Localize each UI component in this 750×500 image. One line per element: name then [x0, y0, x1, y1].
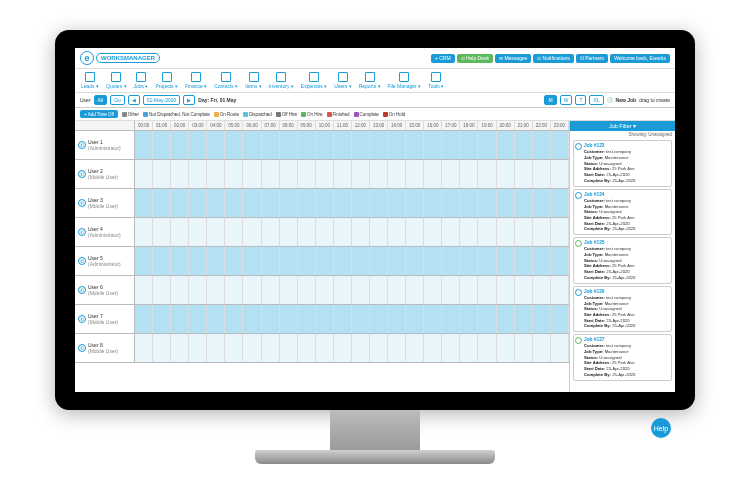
time-slot[interactable] [460, 334, 478, 362]
partners-button[interactable]: ⊡ Partners [576, 54, 608, 63]
time-slot[interactable] [135, 276, 153, 304]
time-slot[interactable] [497, 247, 515, 275]
time-slot[interactable] [460, 189, 478, 217]
job-card[interactable]: Job #126Customer: test companyJob Type: … [573, 286, 672, 333]
date-picker[interactable]: 01-May-2020 [143, 95, 180, 105]
time-slot[interactable] [424, 305, 442, 333]
time-slot[interactable] [171, 189, 189, 217]
time-slot[interactable] [334, 334, 352, 362]
time-slot[interactable] [225, 276, 243, 304]
time-slot[interactable] [135, 305, 153, 333]
time-slot[interactable] [280, 276, 298, 304]
menu-reports[interactable]: Reports ▾ [359, 72, 381, 89]
time-slot[interactable] [207, 131, 225, 159]
view-week-button[interactable]: W [560, 95, 573, 105]
time-slot[interactable] [497, 131, 515, 159]
time-slot[interactable] [298, 247, 316, 275]
time-slot[interactable] [316, 247, 334, 275]
job-card[interactable]: Job #125Customer: test companyJob Type: … [573, 237, 672, 284]
time-slot[interactable] [316, 131, 334, 159]
time-slot[interactable] [280, 305, 298, 333]
time-slot[interactable] [442, 334, 460, 362]
notifications-button[interactable]: ⊙ Notifications [533, 54, 574, 63]
time-slot[interactable] [189, 218, 207, 246]
time-slot[interactable] [460, 305, 478, 333]
time-slot[interactable] [153, 247, 171, 275]
time-slot[interactable] [280, 160, 298, 188]
time-slot[interactable] [478, 334, 496, 362]
time-slot[interactable] [262, 218, 280, 246]
menu-finance[interactable]: Finance ▾ [185, 72, 207, 89]
menu-tools[interactable]: Tools ▾ [428, 72, 444, 89]
time-slot[interactable] [442, 218, 460, 246]
view-xl-button[interactable]: XL [589, 95, 603, 105]
time-slot[interactable] [370, 218, 388, 246]
time-slot[interactable] [478, 305, 496, 333]
time-slot[interactable] [551, 334, 569, 362]
menu-contacts[interactable]: Contacts ▾ [214, 72, 238, 89]
view-day-button[interactable]: T [575, 95, 586, 105]
next-day-button[interactable]: ▶ [183, 95, 195, 105]
time-slot[interactable] [551, 305, 569, 333]
time-slot[interactable] [515, 218, 533, 246]
time-slot[interactable] [262, 247, 280, 275]
time-slot[interactable] [515, 276, 533, 304]
time-slot[interactable] [370, 305, 388, 333]
time-slot[interactable] [352, 334, 370, 362]
time-slot[interactable] [153, 131, 171, 159]
time-slot[interactable] [551, 247, 569, 275]
time-slot[interactable] [424, 276, 442, 304]
time-slot[interactable] [298, 189, 316, 217]
time-slot[interactable] [316, 334, 334, 362]
time-slot[interactable] [497, 189, 515, 217]
time-slot[interactable] [171, 218, 189, 246]
menu-users[interactable]: Users ▾ [334, 72, 351, 89]
time-slot[interactable] [478, 131, 496, 159]
time-slot[interactable] [460, 131, 478, 159]
time-slot[interactable] [551, 131, 569, 159]
time-slot[interactable] [460, 276, 478, 304]
time-slot[interactable] [189, 131, 207, 159]
time-slot[interactable] [298, 160, 316, 188]
time-slot[interactable] [370, 247, 388, 275]
time-slot[interactable] [406, 334, 424, 362]
time-slot[interactable] [478, 160, 496, 188]
time-slot[interactable] [243, 276, 261, 304]
time-slot[interactable] [388, 276, 406, 304]
time-slot[interactable] [135, 334, 153, 362]
time-slot[interactable] [189, 160, 207, 188]
time-slot[interactable] [334, 276, 352, 304]
user-cell[interactable]: ✆User 7(Mobile User) [75, 305, 135, 333]
time-slot[interactable] [135, 247, 153, 275]
time-slot[interactable] [497, 160, 515, 188]
time-slot[interactable] [135, 131, 153, 159]
time-slot[interactable] [171, 160, 189, 188]
time-slot[interactable] [424, 131, 442, 159]
menu-projects[interactable]: Projects ▾ [155, 72, 177, 89]
job-card[interactable]: Job #127Customer: test companyJob Type: … [573, 334, 672, 381]
time-slot[interactable] [225, 334, 243, 362]
job-card[interactable]: Job #124Customer: test companyJob Type: … [573, 189, 672, 236]
time-slot[interactable] [171, 305, 189, 333]
time-slot[interactable] [153, 334, 171, 362]
go-button[interactable]: Go [110, 95, 125, 105]
time-slot[interactable] [334, 131, 352, 159]
time-slot[interactable] [551, 189, 569, 217]
time-slot[interactable] [533, 276, 551, 304]
time-slot[interactable] [515, 189, 533, 217]
time-slot[interactable] [316, 189, 334, 217]
time-slot[interactable] [370, 131, 388, 159]
time-slot[interactable] [280, 218, 298, 246]
time-slot[interactable] [388, 305, 406, 333]
time-slot[interactable] [406, 189, 424, 217]
time-slot[interactable] [207, 276, 225, 304]
time-slot[interactable] [460, 218, 478, 246]
time-slot[interactable] [533, 334, 551, 362]
user-cell[interactable]: ✆User 6(Mobile User) [75, 276, 135, 304]
menu-file-manager[interactable]: File Manager ▾ [388, 72, 422, 89]
time-slot[interactable] [352, 160, 370, 188]
time-slot[interactable] [352, 131, 370, 159]
time-slot[interactable] [533, 247, 551, 275]
time-slot[interactable] [334, 189, 352, 217]
time-slot[interactable] [497, 305, 515, 333]
